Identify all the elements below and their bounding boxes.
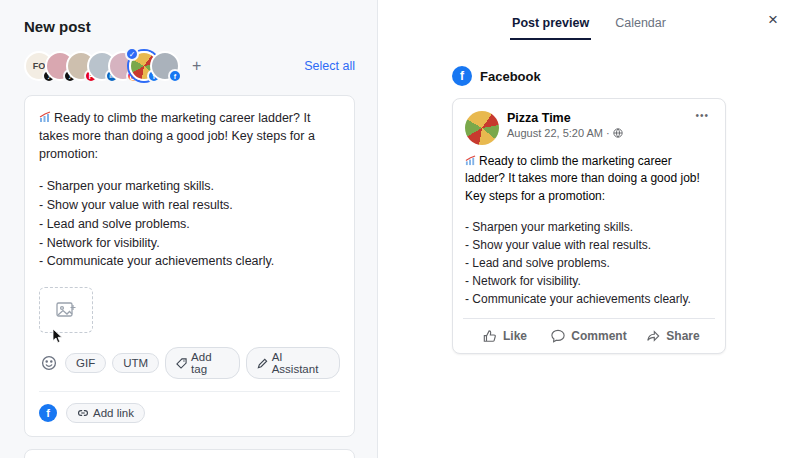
schedule-tabs: Post now Schedule Publish regularly Save…: [39, 450, 340, 458]
share-button[interactable]: Share: [631, 322, 715, 350]
facebook-icon: f: [452, 66, 472, 86]
tab-post-preview[interactable]: Post preview: [510, 12, 591, 40]
post-header: Pizza Time August 22, 5:20 AM · •••: [453, 99, 725, 153]
add-account-button[interactable]: +: [188, 56, 205, 76]
select-all-link[interactable]: Select all: [304, 59, 355, 73]
add-link-row: f Add link: [39, 391, 340, 436]
composer-paragraph: Ready to climb the marketing career ladd…: [39, 111, 315, 161]
chart-increasing-emoji: [465, 155, 476, 166]
page-avatar: [465, 111, 499, 145]
account-avatar-facebook-2[interactable]: f: [150, 51, 180, 81]
tag-icon: [176, 358, 187, 369]
tab-schedule[interactable]: Schedule: [102, 450, 155, 458]
tab-save-as-draft[interactable]: Save as draft: [272, 450, 340, 458]
avatar-initials: FO: [33, 61, 46, 71]
account-row: FO♪♪Pinf✓f+ Select all: [24, 51, 355, 81]
composer-card: Ready to climb the marketing career ladd…: [24, 95, 355, 437]
ai-assistant-button[interactable]: AI Assistant: [246, 347, 340, 379]
selected-check-icon: ✓: [125, 47, 139, 61]
post-options-icon[interactable]: •••: [689, 109, 715, 122]
image-upload-icon: [56, 301, 76, 319]
composer-toolbar: GIF UTM Add tag AI Assistant: [39, 347, 340, 391]
preview-list: - Sharpen your marketing skills. - Show …: [465, 218, 713, 308]
schedule-card: Post now Schedule Publish regularly Save…: [24, 449, 355, 458]
preview-panel: × Post preview Calendar f Facebook Pizza…: [378, 0, 800, 458]
pen-icon: [257, 358, 268, 369]
tab-calendar[interactable]: Calendar: [613, 12, 668, 40]
composer-text[interactable]: Ready to climb the marketing career ladd…: [39, 109, 340, 271]
like-button[interactable]: Like: [463, 322, 547, 350]
facebook-post-preview-card: Pizza Time August 22, 5:20 AM · ••• Read…: [452, 98, 726, 354]
emoji-picker-button[interactable]: [39, 355, 59, 371]
tab-post-now[interactable]: Post now: [39, 450, 86, 458]
post-body: Ready to climb the marketing career ladd…: [453, 153, 725, 318]
add-link-button[interactable]: Add link: [66, 403, 145, 423]
utm-button[interactable]: UTM: [112, 353, 159, 373]
share-icon: [646, 329, 660, 343]
preview-paragraph: Ready to climb the marketing career ladd…: [465, 154, 700, 203]
comment-icon: [551, 329, 565, 343]
add-tag-button[interactable]: Add tag: [165, 347, 240, 379]
chart-increasing-emoji: [39, 111, 51, 123]
page-name: Pizza Time: [507, 111, 623, 125]
post-actions: Like Comment Share: [463, 318, 715, 353]
facebook-icon: f: [39, 404, 57, 422]
globe-icon: [613, 128, 623, 138]
preview-content: f Facebook Pizza Time August 22, 5:20 AM…: [452, 66, 726, 354]
composer-list: - Sharpen your marketing skills. - Show …: [39, 177, 340, 271]
network-label: Facebook: [480, 69, 541, 84]
gif-button[interactable]: GIF: [65, 353, 106, 373]
facebook-badge-icon: f: [168, 69, 182, 83]
link-icon: [77, 407, 89, 419]
post-timestamp: August 22, 5:20 AM ·: [507, 127, 623, 139]
like-icon: [483, 329, 497, 343]
preview-tabs: Post preview Calendar: [378, 12, 800, 40]
close-icon[interactable]: ×: [762, 10, 784, 29]
page-title: New post: [24, 18, 355, 35]
comment-button[interactable]: Comment: [547, 322, 631, 350]
composer-panel: New post FO♪♪Pinf✓f+ Select all Ready to…: [0, 0, 378, 458]
media-upload-placeholder[interactable]: [39, 287, 93, 333]
tab-publish-regularly[interactable]: Publish regularly: [172, 450, 257, 458]
network-row: f Facebook: [452, 66, 726, 86]
mouse-cursor: [52, 329, 63, 344]
